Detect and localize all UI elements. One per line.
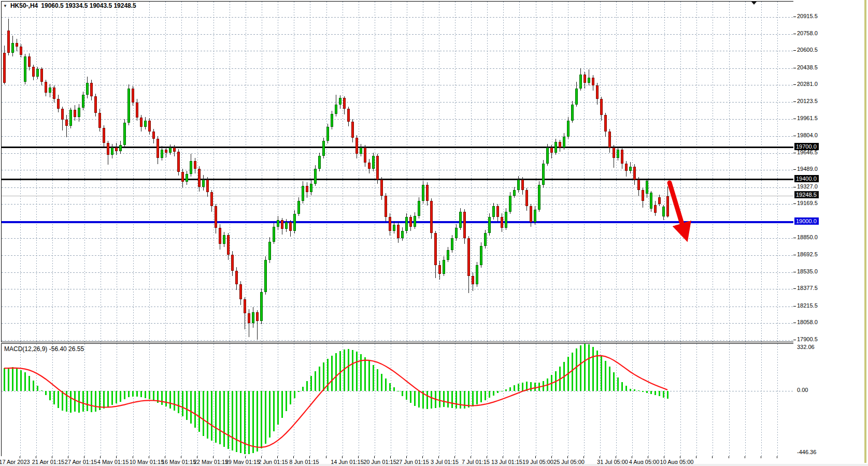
scroll-marker-icon bbox=[751, 1, 757, 5]
macd-label: MACD(12,26,9) -56.40 26.55 bbox=[4, 345, 84, 353]
macd-signal-value: 26.55 bbox=[68, 345, 84, 353]
macd-main-value: -56.40 bbox=[49, 345, 67, 353]
mt4-chart-window: ▼ HK50-,H4 19060.5 19334.5 19043.5 19248… bbox=[0, 0, 868, 466]
macd-name: MACD(12,26,9) bbox=[4, 345, 47, 353]
window-edge-strip bbox=[864, 0, 866, 463]
status-strip bbox=[0, 464, 868, 466]
down-arrow-annotation[interactable] bbox=[0, 0, 868, 466]
